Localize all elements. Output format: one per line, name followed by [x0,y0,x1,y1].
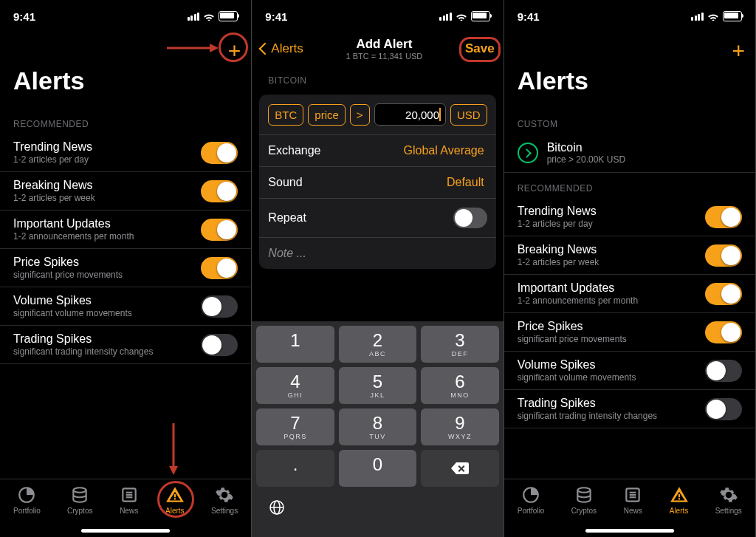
alert-title: Breaking News [518,243,599,256]
key-9[interactable]: 9WXYZ [421,408,498,445]
key-8[interactable]: 8TUV [339,408,416,445]
svg-point-0 [74,488,86,493]
repeat-toggle[interactable] [453,208,487,228]
chevron-left-icon [259,43,272,55]
alert-title: Volume Spikes [518,358,636,372]
screen-add-alert: 9:41 Alerts Add Alert 1 BTC = 11,341 USD… [252,0,504,537]
alert-toggle[interactable] [201,219,238,241]
backspace-icon [450,461,470,476]
alert-toggle[interactable] [201,334,238,356]
key-6[interactable]: 6MNO [421,367,498,404]
custom-alert-sub: price > 20.00K USD [547,154,733,165]
alert-toggle[interactable] [705,206,742,228]
tab-settings[interactable]: Settings [211,485,238,537]
alert-row: Trending News1-2 articles per day [0,134,251,172]
tab-settings[interactable]: Settings [715,485,742,537]
page-title: Alerts [504,33,755,109]
alert-toggle[interactable] [705,321,742,343]
tab-label: Settings [715,507,742,515]
alert-toggle[interactable] [705,283,742,305]
chip-unit[interactable]: USD [450,104,487,126]
globe-key[interactable] [268,499,286,519]
alert-toggle[interactable] [201,295,238,318]
section-header-recommended: RECOMMENDED [504,173,755,198]
alert-toggle[interactable] [201,180,238,202]
chip-operator[interactable]: > [350,104,370,126]
note-row[interactable]: Note ... [259,238,495,269]
amount-input[interactable]: 20,000 [374,103,446,126]
status-time: 9:41 [265,10,287,23]
alert-toggle[interactable] [705,244,742,267]
repeat-row: Repeat [259,199,495,238]
signal-icon [188,13,200,21]
custom-alert-row[interactable]: Bitcoin price > 20.00K USD [504,134,755,173]
globe-icon [268,499,286,516]
alert-row: Volume Spikessignificant volume movement… [0,287,251,326]
alert-toggle[interactable] [201,142,238,164]
alert-toggle[interactable] [705,398,742,420]
key-5[interactable]: 5JKL [339,367,416,404]
alert-row: Breaking News1-2 articles per week [504,236,755,275]
alert-title: Trading Spikes [13,332,153,346]
alert-title: Trading Spikes [518,397,657,410]
alert-row: Price Spikessignificant price movements [0,249,251,287]
signal-icon [439,13,452,21]
annotation-circle-alerts-tab [157,481,194,518]
greater-than-icon [518,143,538,163]
battery-icon [219,11,238,21]
alert-subtitle: significant trading intensity changes [518,411,657,421]
screen-alerts-after: 9:41 + Alerts CUSTOM Bitcoin price > 20.… [504,0,756,537]
key-7[interactable]: 7PQRS [256,408,334,445]
key-0[interactable]: 0 [339,450,416,487]
svg-marker-8 [169,466,178,475]
chip-asset[interactable]: BTC [268,104,303,126]
tab-portfolio[interactable]: Portfolio [518,485,545,537]
decimal-key[interactable]: . [256,450,334,487]
condition-row: BTC price > 20,000 USD [259,95,495,135]
backspace-key[interactable] [421,450,498,487]
alert-subtitle: 1-2 articles per week [518,257,599,267]
status-time: 9:41 [13,10,35,23]
tab-label: Portfolio [518,507,545,515]
alert-title: Trending News [518,205,597,218]
text-cursor [439,108,441,121]
nav-title: Add Alert [303,37,465,52]
alert-row: Price Spikessignificant price movements [504,313,755,352]
alert-subtitle: 1-2 announcements per month [13,231,134,242]
key-2[interactable]: 2ABC [339,326,416,363]
repeat-label: Repeat [268,211,306,225]
alert-row: Important Updates1-2 announcements per m… [0,211,251,249]
alert-subtitle: significant volume movements [13,308,132,318]
tab-label: Cryptos [571,507,597,515]
alert-toggle[interactable] [705,360,742,382]
key-1[interactable]: 1 [256,326,334,363]
sound-row[interactable]: Sound Default [259,167,495,199]
status-time: 9:41 [518,10,540,23]
battery-icon [723,11,742,21]
screen-alerts-initial: 9:41 + Alerts RECOMMENDED Trending News1… [0,0,252,537]
add-alert-button[interactable]: + [732,38,745,64]
wifi-icon [456,12,467,21]
home-indicator [81,529,170,533]
alert-subtitle: significant price movements [518,334,627,344]
alert-subtitle: 1-2 articles per day [13,154,92,165]
tab-portfolio[interactable]: Portfolio [13,485,41,537]
key-3[interactable]: 3DEF [421,326,498,363]
wifi-icon [707,12,719,21]
alert-title: Volume Spikes [13,294,132,307]
alert-toggle[interactable] [201,257,238,279]
wifi-icon [203,12,215,21]
alert-title: Important Updates [13,217,134,230]
exchange-label: Exchange [268,144,320,157]
numeric-keypad: 1 2ABC3DEF4GHI5JKL6MNO7PQRS8TUV9WXYZ. 0 … [252,321,503,537]
sound-label: Sound [268,176,302,189]
alert-subtitle: significant trading intensity changes [13,346,153,357]
status-bar: 9:41 [252,0,503,33]
alert-row: Trending News1-2 articles per day [504,198,755,236]
back-button[interactable]: Alerts [261,41,303,56]
alert-row: Volume Spikessignificant volume movement… [504,352,755,390]
exchange-row[interactable]: Exchange Global Average [259,135,495,167]
chip-metric[interactable]: price [308,104,346,126]
key-4[interactable]: 4GHI [256,367,334,404]
tab-label: Portfolio [13,507,41,515]
